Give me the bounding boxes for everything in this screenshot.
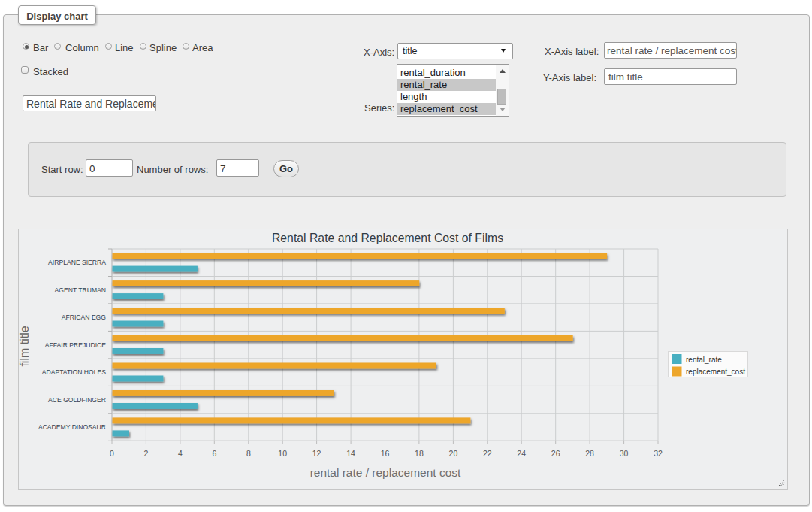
svg-text:32: 32 — [654, 449, 663, 458]
svg-text:AFRICAN EGG: AFRICAN EGG — [62, 314, 107, 321]
svg-text:Rental Rate and Replacement Co: Rental Rate and Replacement Cost of Film… — [272, 232, 503, 244]
svg-text:film title: film title — [19, 326, 31, 366]
svg-text:30: 30 — [620, 449, 629, 458]
svg-text:rental rate / replacement cost: rental rate / replacement cost — [310, 466, 461, 479]
svg-text:ACE GOLDFINGER: ACE GOLDFINGER — [48, 396, 106, 404]
svg-text:replacement_cost: replacement_cost — [686, 368, 745, 376]
svg-text:ADAPTATION HOLES: ADAPTATION HOLES — [42, 368, 106, 376]
svg-text:4: 4 — [178, 449, 183, 458]
svg-text:14: 14 — [346, 449, 355, 458]
svg-text:20: 20 — [449, 449, 458, 458]
svg-text:28: 28 — [585, 449, 594, 458]
svg-text:10: 10 — [278, 449, 287, 458]
svg-text:rental_rate: rental_rate — [686, 356, 722, 364]
svg-text:26: 26 — [551, 449, 560, 458]
svg-text:2: 2 — [143, 449, 148, 458]
svg-text:AGENT TRUMAN: AGENT TRUMAN — [55, 286, 106, 294]
svg-text:AFFAIR PREJUDICE: AFFAIR PREJUDICE — [45, 341, 106, 349]
svg-text:12: 12 — [312, 449, 321, 458]
svg-text:AIRPLANE SIERRA: AIRPLANE SIERRA — [48, 259, 106, 266]
svg-text:0: 0 — [110, 449, 114, 458]
svg-text:8: 8 — [246, 449, 251, 458]
svg-text:22: 22 — [483, 449, 492, 458]
svg-text:6: 6 — [212, 449, 216, 458]
svg-text:16: 16 — [381, 449, 390, 458]
svg-text:18: 18 — [415, 449, 424, 458]
svg-text:24: 24 — [517, 449, 526, 458]
svg-text:ACADEMY DINOSAUR: ACADEMY DINOSAUR — [38, 423, 106, 431]
